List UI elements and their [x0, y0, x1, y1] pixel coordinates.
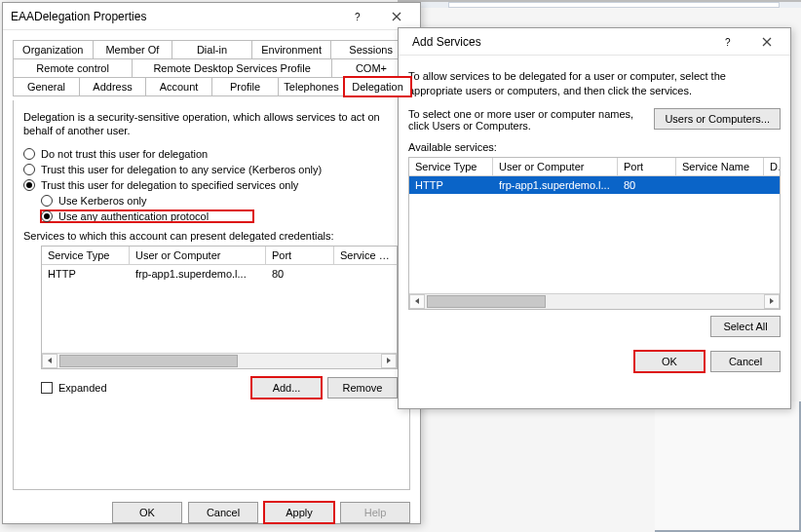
radio-label: Do not trust this user for delegation: [41, 148, 208, 160]
tab-rds-profile[interactable]: Remote Desktop Services Profile: [132, 58, 332, 77]
tab-member-of[interactable]: Member Of: [93, 40, 173, 58]
radio-any-auth-protocol[interactable]: Use any authentication protocol: [41, 210, 253, 222]
scrollbar-horizontal[interactable]: [42, 353, 397, 368]
col-service-type[interactable]: Service Type: [42, 247, 130, 264]
col-port[interactable]: Port: [266, 247, 334, 264]
cell-domain: [764, 176, 780, 194]
tab-delegation[interactable]: Delegation: [344, 77, 411, 96]
scroll-thumb[interactable]: [59, 355, 238, 367]
svg-marker-4: [387, 358, 391, 363]
dialog-footer: OK Cancel Apply Help: [3, 496, 420, 531]
listview-body: HTTP frp-app1.superdemo.l... 80: [409, 176, 780, 293]
radio-kerberos-only[interactable]: Use Kerberos only: [41, 195, 400, 207]
col-service-type[interactable]: Service Type: [409, 158, 493, 175]
table-row[interactable]: HTTP frp-app1.superdemo.l... 80: [409, 176, 780, 194]
radio-trust-specified[interactable]: Trust this user for delegation to specif…: [23, 179, 400, 191]
radio-no-trust[interactable]: Do not trust this user for delegation: [23, 148, 400, 160]
cell-type: HTTP: [409, 176, 493, 194]
tab-profile[interactable]: Profile: [211, 77, 279, 96]
scroll-right-icon[interactable]: [764, 294, 780, 309]
dialog-footer: OK Cancel: [408, 351, 781, 372]
scroll-track[interactable]: [425, 294, 764, 309]
select-all-button[interactable]: Select All: [710, 316, 781, 337]
radio-trust-any-service[interactable]: Trust this user for delegation to any se…: [23, 164, 400, 175]
tab-dial-in[interactable]: Dial-in: [172, 40, 252, 58]
close-icon[interactable]: [377, 5, 416, 28]
tab-environment[interactable]: Environment: [251, 40, 332, 58]
table-row[interactable]: HTTP frp-app1.superdemo.l... 80: [42, 265, 397, 283]
help-icon[interactable]: ?: [708, 30, 747, 54]
ok-button[interactable]: OK: [112, 502, 182, 523]
radio-label: Trust this user for delegation to specif…: [41, 179, 298, 191]
radio-icon: [41, 210, 53, 222]
cancel-button[interactable]: Cancel: [710, 351, 781, 372]
col-domain[interactable]: D: [764, 158, 780, 175]
listview-utilities: Expanded Add... Remove: [41, 377, 398, 399]
radio-label: Use Kerberos only: [58, 195, 147, 207]
tab-account[interactable]: Account: [145, 77, 212, 96]
uoc-text: To select one or more user or computer n…: [408, 108, 644, 132]
scroll-left-icon[interactable]: [42, 354, 57, 368]
intro-text: To allow services to be delegated for a …: [408, 69, 781, 98]
radio-label: Use any authentication protocol: [58, 210, 209, 222]
cell-type: HTTP: [42, 265, 130, 283]
help-button[interactable]: Help: [340, 502, 410, 523]
svg-text:?: ?: [355, 12, 361, 21]
scroll-track[interactable]: [57, 354, 381, 368]
delegation-properties-window: EAADelegation Properties ? Organization …: [2, 2, 421, 524]
listview-header: Service Type User or Computer Port Servi…: [42, 247, 397, 265]
titlebar: EAADelegation Properties ?: [3, 3, 420, 30]
window-title: EAADelegation Properties: [11, 10, 338, 23]
cell-port: 80: [266, 265, 334, 283]
radio-icon: [41, 195, 53, 207]
cancel-button[interactable]: Cancel: [188, 502, 258, 523]
close-icon[interactable]: [747, 30, 786, 54]
tab-remote-control[interactable]: Remote control: [13, 58, 133, 77]
available-services-listview[interactable]: Service Type User or Computer Port Servi…: [408, 157, 781, 310]
tab-strip: Organization Member Of Dial-in Environme…: [13, 40, 410, 96]
scroll-thumb[interactable]: [427, 295, 546, 308]
listview-header: Service Type User or Computer Port Servi…: [409, 158, 780, 176]
checkbox-label: Expanded: [58, 382, 107, 394]
col-service-name[interactable]: Service N...: [334, 247, 397, 264]
add-services-window: Add Services ? To allow services to be d…: [398, 27, 791, 409]
users-or-computers-button[interactable]: Users or Computers...: [654, 108, 781, 130]
titlebar: Add Services ?: [399, 28, 790, 56]
apply-button[interactable]: Apply: [264, 502, 334, 523]
cell-svcname: [334, 265, 397, 283]
scroll-right-icon[interactable]: [381, 354, 397, 368]
add-button[interactable]: Add...: [251, 377, 322, 399]
window-body: Organization Member Of Dial-in Environme…: [3, 30, 420, 496]
services-listview[interactable]: Service Type User or Computer Port Servi…: [41, 246, 398, 369]
cell-uoc: frp-app1.superdemo.l...: [130, 265, 266, 283]
col-user-or-computer[interactable]: User or Computer: [493, 158, 618, 175]
col-service-name[interactable]: Service Name: [676, 158, 764, 175]
available-services-label: Available services:: [408, 141, 781, 153]
radio-icon: [23, 148, 35, 160]
tab-telephones[interactable]: Telephones: [278, 77, 345, 96]
scrollbar-horizontal[interactable]: [409, 293, 780, 309]
tab-panel-delegation: Delegation is a security-sensitive opera…: [13, 100, 410, 490]
remove-button[interactable]: Remove: [327, 377, 398, 399]
delegation-description: Delegation is a security-sensitive opera…: [23, 110, 400, 138]
cell-svcname: [676, 176, 764, 194]
col-port[interactable]: Port: [618, 158, 676, 175]
select-all-row: Select All: [408, 316, 781, 337]
scroll-left-icon[interactable]: [409, 294, 425, 309]
svg-marker-3: [48, 358, 52, 363]
window-body: To allow services to be delegated for a …: [399, 56, 790, 378]
help-icon[interactable]: ?: [338, 5, 377, 28]
checkbox-icon: [41, 382, 53, 394]
tab-organization[interactable]: Organization: [13, 40, 94, 58]
col-user-or-computer[interactable]: User or Computer: [130, 247, 266, 264]
listview-body: HTTP frp-app1.superdemo.l... 80: [42, 265, 397, 353]
ok-button[interactable]: OK: [634, 351, 705, 372]
tab-general[interactable]: General: [13, 77, 80, 96]
radio-icon: [23, 164, 35, 175]
expanded-checkbox[interactable]: Expanded: [41, 382, 107, 394]
cell-uoc: frp-app1.superdemo.l...: [493, 176, 618, 194]
services-caption: Services to which this account can prese…: [23, 230, 400, 242]
tab-address[interactable]: Address: [79, 77, 146, 96]
svg-marker-9: [770, 298, 774, 304]
radio-icon: [23, 179, 35, 191]
